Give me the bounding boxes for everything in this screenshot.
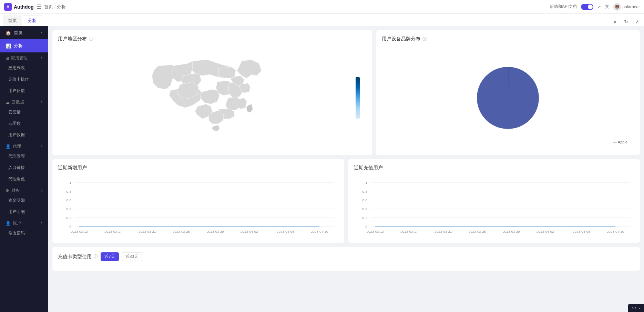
svg-text:2023-04-06: 2023-04-06 — [277, 230, 294, 233]
svg-text:2023-03-21: 2023-03-21 — [434, 230, 451, 233]
pie-label: — Apple — [613, 140, 627, 144]
home-chevron: ∧ — [40, 31, 43, 35]
sidebar-analysis-label: 分析 — [14, 43, 23, 49]
svg-text:2023-04-02: 2023-04-02 — [241, 230, 258, 233]
sidebar-item-agent-role[interactable]: 代理角色 — [0, 173, 48, 185]
appmgmt-chevron: ∧ — [40, 56, 43, 60]
topbar-right: 帮助和API文档 ⤢ 文 🐻 polarbear — [550, 3, 640, 11]
main-layout: 🏠 首页 ∧ 📊 分析 ⊞ 应用管理 ∧ 应用列表 充值卡操作 用户反馈 ☁ 云… — [0, 26, 644, 312]
sidebar-item-change-pwd[interactable]: 修改密码 — [0, 228, 48, 239]
svg-text:2023-03-17: 2023-03-17 — [104, 230, 122, 233]
topbar: A Authdog ☰ 首页 / 分析 帮助和API文档 ⤢ 文 🐻 polar… — [0, 0, 644, 14]
map-container — [58, 46, 367, 150]
panel-row-1: 用户地区分布 ⓘ — [52, 30, 640, 155]
svg-text:2023-04-02: 2023-04-02 — [536, 230, 554, 233]
svg-text:0.6: 0.6 — [66, 199, 72, 202]
new-users-chart-svg: 0 0.2 0.4 0.6 0.8 1 2023-03-13 2023-03-1… — [58, 175, 339, 237]
sidebar-group-appmgmt[interactable]: ⊞ 应用管理 ∧ — [0, 52, 48, 62]
color-scale-bar — [356, 77, 360, 119]
recharge-users-chart: 0 0.2 0.4 0.6 0.8 1 2023-03-13 2023-03-1… — [354, 175, 635, 237]
tab-home[interactable]: 首页 — [3, 15, 22, 26]
recharge-users-panel: 近期充值用户 0 0.2 0.4 0. — [348, 159, 640, 243]
filter-7days[interactable]: 近7天 — [101, 252, 119, 261]
account-icon: 👤 — [6, 221, 11, 226]
appmgmt-icon: ⊞ — [6, 56, 9, 61]
help-link[interactable]: 帮助和API文档 — [550, 4, 577, 10]
svg-text:2023-03-13: 2023-03-13 — [366, 230, 384, 233]
card-usage-header: 充值卡类型使用 ⓘ 近7天 近30天 — [58, 252, 634, 261]
recharge-users-title: 近期充值用户 — [354, 165, 635, 171]
account-chevron: ∧ — [40, 221, 43, 225]
sidebar-item-entry-link[interactable]: 入口链接 — [0, 162, 48, 173]
user-menu[interactable]: 🐻 polarbear — [613, 3, 640, 11]
username: polarbear — [622, 4, 640, 9]
sidebar-group-agent[interactable]: 👤 代理 ∧ — [0, 141, 48, 151]
china-map-svg — [58, 46, 367, 150]
dark-mode-toggle[interactable] — [581, 4, 593, 10]
logo-icon: A — [4, 3, 12, 11]
svg-text:2023-03-13: 2023-03-13 — [70, 230, 88, 233]
breadcrumb-current: 分析 — [57, 4, 66, 10]
refresh-icon[interactable]: ↻ — [622, 18, 630, 26]
panel-row-2: 近期新增用户 0 0.2 0.4 0. — [52, 159, 640, 243]
svg-text:0.2: 0.2 — [66, 216, 72, 220]
svg-text:1: 1 — [365, 181, 367, 184]
device-panel: 用户设备品牌分布 ⓘ — Apple — [376, 30, 640, 155]
lang-icon[interactable]: 文 — [605, 4, 609, 10]
sidebar-group-clouddata[interactable]: ☁ 云数据 ∧ — [0, 97, 48, 107]
sidebar-item-user-feedback[interactable]: 用户反馈 — [0, 85, 48, 97]
card-usage-info-icon[interactable]: ⓘ — [94, 254, 98, 260]
new-users-chart: 0 0.2 0.4 0.6 0.8 1 2023-03-13 2023-03-1… — [58, 175, 339, 237]
svg-text:0.2: 0.2 — [362, 216, 368, 220]
sidebar-item-analysis[interactable]: 📊 分析 — [0, 39, 48, 52]
region-title: 用户地区分布 ⓘ — [58, 36, 367, 42]
tabbar: 首页 分析 » ↻ ⤢ — [0, 14, 644, 26]
svg-text:2023-03-29: 2023-03-29 — [502, 230, 520, 233]
pie-container: — Apple — [382, 46, 634, 150]
svg-text:0.8: 0.8 — [362, 190, 368, 193]
agent-chevron: ∧ — [40, 144, 43, 148]
sidebar-item-cloud-var[interactable]: 云变量 — [0, 107, 48, 118]
sidebar-item-recharge-card[interactable]: 充值卡操作 — [0, 74, 48, 85]
sidebar-item-fund-detail[interactable]: 资金明细 — [0, 195, 48, 206]
filter-30days[interactable]: 近30天 — [122, 252, 142, 261]
recharge-chart-svg: 0 0.2 0.4 0.6 0.8 1 2023-03-13 2023-03-1… — [354, 175, 635, 237]
avatar: 🐻 — [613, 3, 621, 11]
new-users-title: 近期新增用户 — [58, 165, 339, 171]
expand-icon[interactable]: ⤢ — [597, 4, 601, 9]
badge-text: 中· — [632, 305, 637, 311]
svg-text:0.6: 0.6 — [362, 199, 368, 202]
device-info-icon[interactable]: ⓘ — [422, 36, 427, 42]
badge-chevron: › — [638, 306, 640, 310]
finance-icon: ⚙ — [6, 188, 9, 193]
content-area: 用户地区分布 ⓘ — [48, 26, 644, 312]
finance-label: 财务 — [11, 188, 20, 193]
sidebar-item-home[interactable]: 🏠 首页 ∧ — [0, 26, 48, 39]
breadcrumb-sep: / — [54, 4, 56, 9]
svg-text:2023-04-10: 2023-04-10 — [311, 230, 328, 233]
svg-text:2023-03-25: 2023-03-25 — [173, 230, 190, 233]
sidebar-group-finance[interactable]: ⚙ 财务 ∧ — [0, 185, 48, 195]
menu-toggle-icon[interactable]: ☰ — [37, 3, 41, 10]
more-icon[interactable]: » — [611, 18, 619, 26]
region-info-icon[interactable]: ⓘ — [89, 36, 93, 42]
sidebar-item-user-data[interactable]: 用户数据 — [0, 129, 48, 141]
sidebar-item-app-list[interactable]: 应用列表 — [0, 62, 48, 74]
sidebar-group-account[interactable]: 👤 账户 ∧ — [0, 218, 48, 228]
breadcrumb-home: 首页 — [44, 4, 53, 10]
agent-icon: 👤 — [6, 144, 11, 149]
bottom-right-badge: 中· › — [628, 304, 644, 312]
svg-text:2023-03-17: 2023-03-17 — [400, 230, 418, 233]
fullscreen-icon[interactable]: ⤢ — [633, 18, 641, 26]
pie-chart-svg — [470, 60, 546, 136]
region-panel: 用户地区分布 ⓘ — [52, 30, 372, 155]
finance-chevron: ∧ — [40, 189, 43, 192]
sidebar-item-agent-mgmt[interactable]: 代理管理 — [0, 151, 48, 162]
sidebar-item-user-detail[interactable]: 用户明细 — [0, 206, 48, 218]
svg-text:2023-04-06: 2023-04-06 — [573, 230, 590, 233]
tab-analysis[interactable]: 分析 — [23, 15, 42, 26]
sidebar-item-cloud-func[interactable]: 云函数 — [0, 118, 48, 129]
svg-text:1: 1 — [69, 181, 71, 184]
logo-text: Authdog — [14, 4, 34, 10]
clouddata-icon: ☁ — [6, 100, 10, 105]
